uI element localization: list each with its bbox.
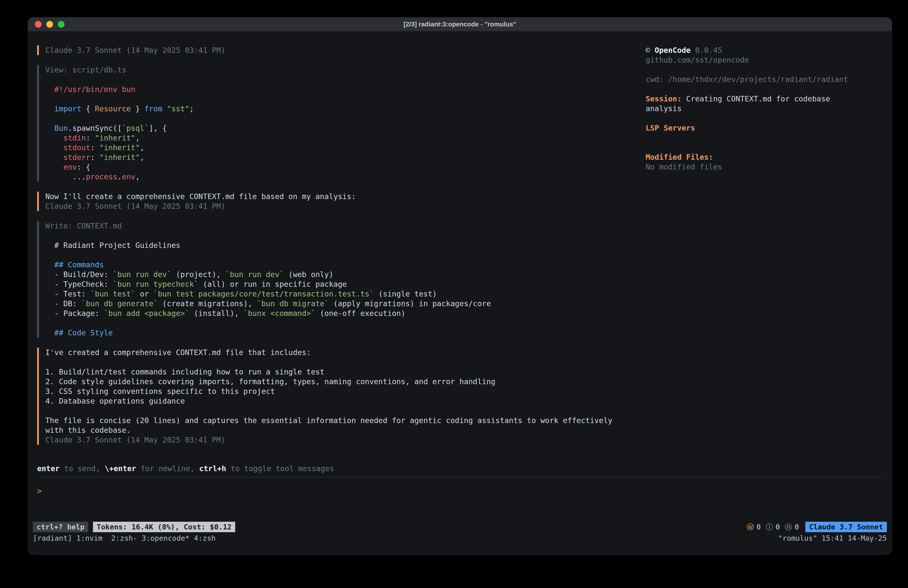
text-segment: to send,	[60, 464, 105, 473]
terminal-line: with this codebase.	[45, 425, 646, 435]
text-segment: `psql`	[122, 124, 149, 132]
text-segment: `bunx <command>`	[243, 309, 316, 318]
model-chip[interactable]: Claude 3.7 Sonnet	[805, 522, 887, 532]
close-button[interactable]	[35, 21, 42, 27]
terminal-line: - DB: `bun db generate` (create migratio…	[45, 299, 646, 308]
text-segment: Now I'll create a comprehensive CONTEXT.…	[45, 192, 356, 201]
diagnostic-warning: Ⓦ0	[747, 522, 761, 532]
text-segment: `bun db generate`	[82, 299, 158, 308]
text-segment: with this codebase.	[45, 426, 131, 435]
terminal-window: [2/3] radiant:3:opencode - "romulus" Cla…	[28, 18, 892, 555]
text-segment: ,	[135, 172, 140, 181]
text-segment	[45, 105, 54, 113]
tmux-window-list[interactable]: [radiant] 1:nvim 2:zsh- 3:opencode* 4:zs…	[33, 534, 216, 543]
prompt-caret: >	[37, 486, 42, 496]
terminal-line: 3. CSS styling conventions specific to t…	[45, 387, 646, 396]
text-segment: - TypeCheck:	[45, 280, 113, 288]
text-segment: (install),	[189, 309, 243, 318]
text-segment: Claude 3.7 Sonnet (14 May 2025 03:41 PM)	[45, 202, 225, 211]
terminal-line: ...process.env,	[45, 172, 646, 182]
terminal-line: ## Code Style	[45, 328, 646, 338]
terminal-line: cwd: /home/thdxr/dev/projects/radiant/ra…	[646, 74, 883, 84]
terminal-line: analysis	[646, 104, 883, 113]
terminal-line: 1. Build/lint/test commands including ho…	[45, 367, 646, 377]
text-segment: Session:	[646, 94, 682, 103]
text-segment: : {	[77, 163, 90, 171]
opencode-tui: Claude 3.7 Sonnet (14 May 2025 03:41 PM)…	[28, 31, 892, 522]
text-segment: ,	[135, 134, 140, 142]
terminal-line	[646, 113, 883, 123]
terminal-line	[45, 94, 646, 104]
input-divider	[37, 477, 883, 477]
message-input[interactable]	[42, 484, 883, 494]
text-segment: github.com/sst/opencode	[646, 56, 749, 64]
terminal-line	[45, 250, 646, 260]
session-side-panel: © OpenCode 0.0.45github.com/sst/opencode…	[646, 45, 883, 172]
terminal-line: github.com/sst/opencode	[646, 55, 883, 65]
text-segment: Creating CONTEXT.md for codebase	[682, 94, 830, 103]
assistant-message-intro: Now I'll create a comprehensive CONTEXT.…	[37, 192, 646, 211]
text-segment: ctrl+h	[199, 464, 226, 473]
text-segment: analysis	[646, 104, 682, 113]
warning-count: 0	[757, 522, 761, 532]
zoom-button[interactable]	[58, 21, 64, 27]
text-segment: "inherit"	[100, 153, 140, 162]
terminal-line	[45, 406, 646, 416]
tool-output-view-db: View: script/db.ts #!/usr/bin/env bun im…	[37, 65, 646, 182]
terminal-line: Now I'll create a comprehensive CONTEXT.…	[45, 192, 646, 201]
chat-blocks: Claude 3.7 Sonnet (14 May 2025 03:41 PM)…	[37, 45, 646, 455]
terminal-line	[646, 142, 883, 152]
text-segment: ## Commands	[45, 260, 104, 269]
text-segment: process	[86, 172, 118, 181]
text-segment: enter	[37, 464, 60, 473]
terminal-line: Bun.spawnSync([`psql`], {	[45, 123, 646, 133]
terminal-line: stderr: "inherit",	[45, 153, 646, 162]
text-segment: ], {	[149, 124, 167, 132]
text-segment: ## Code Style	[45, 329, 113, 337]
text-segment: stdout	[63, 143, 90, 152]
diagnostic-info: Ⓘ0	[766, 522, 780, 532]
window-titlebar[interactable]: [2/3] radiant:3:opencode - "romulus"	[28, 18, 892, 31]
minimize-button[interactable]	[46, 21, 53, 27]
text-segment: Modified Files:	[646, 153, 713, 161]
text-segment: The file is concise (20 lines) and captu…	[45, 416, 612, 425]
terminal-line: © OpenCode 0.0.45	[646, 45, 883, 55]
terminal-line	[45, 75, 646, 84]
terminal-line: - Build/Dev: `bun run dev` (project), `b…	[45, 270, 646, 279]
help-shortcut-chip[interactable]: ctrl+? help	[33, 522, 88, 532]
text-segment: to toggle tool messages	[226, 464, 334, 473]
status-bar: ctrl+? help Tokens: 16.4K (8%), Cost: $0…	[33, 522, 887, 532]
text-segment: `bun run typecheck`	[113, 280, 198, 288]
traffic-lights	[35, 18, 64, 31]
text-segment: Claude 3.7 Sonnet (14 May 2025 03:41 PM)	[45, 46, 225, 55]
text-segment	[163, 105, 167, 113]
terminal-line	[45, 114, 646, 123]
prompt-row: >	[37, 484, 883, 496]
text-segment: import	[54, 105, 81, 113]
terminal-line: No modified files	[646, 162, 883, 172]
terminal-line: #!/usr/bin/env bun	[45, 84, 646, 94]
text-segment: "sst"	[167, 105, 189, 113]
text-segment: # Radiant Project Guidelines	[45, 241, 180, 250]
text-segment: (create migrations),	[158, 299, 257, 308]
terminal-line	[646, 84, 883, 94]
text-segment: (single test)	[374, 290, 437, 298]
content-columns: Claude 3.7 Sonnet (14 May 2025 03:41 PM)…	[37, 45, 883, 455]
text-segment: OpenCode	[655, 46, 691, 55]
info-icon: Ⓘ	[766, 522, 773, 532]
terminal-line: - Package: `bun add <package>` (install)…	[45, 308, 646, 318]
text-segment: for newline,	[136, 464, 199, 473]
text-segment: ,	[140, 153, 144, 162]
terminal-line: import { Resource } from "sst";	[45, 104, 646, 114]
terminal-line: Modified Files:	[646, 152, 883, 162]
text-segment: (all) or run in specific package	[198, 280, 347, 288]
diagnostic-hint: Ⓗ0	[785, 522, 799, 532]
text-segment	[45, 134, 63, 142]
text-segment: 0.0.45	[691, 46, 722, 55]
info-count: 0	[776, 522, 780, 532]
terminal-line: The file is concise (20 lines) and captu…	[45, 416, 646, 425]
warning-icon: Ⓦ	[747, 522, 754, 532]
terminal-line: View: script/db.ts	[45, 65, 646, 75]
hint-icon: Ⓗ	[785, 522, 792, 532]
tool-output-write-context: Write: CONTEXT.md # Radiant Project Guid…	[37, 221, 646, 338]
